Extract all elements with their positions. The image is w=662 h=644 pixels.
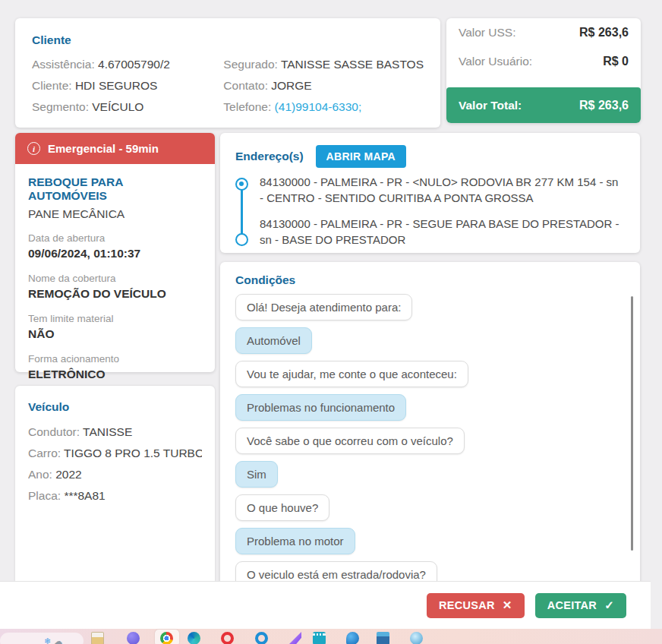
values-card: Valor USS:R$ 263,6 Valor Usuário:R$ 0 Va…	[446, 18, 641, 123]
vehicle-field-ano: Ano: 2022	[28, 464, 202, 485]
emergency-banner: i Emergencial - 59min	[15, 133, 215, 164]
addresses-card: Endereço(s) ABRIR MAPA 84130000 - PALMEI…	[220, 133, 640, 253]
phone-link[interactable]: (41)99104-6330;	[275, 100, 362, 113]
window-app-icon[interactable]	[377, 632, 389, 644]
timeline-rail	[241, 186, 243, 237]
client-field-telefone: Telefone: (41)99104-6330;	[223, 96, 424, 118]
emergency-banner-label: Emergencial - 59min	[48, 142, 159, 155]
vehicle-field-condutor: Condutor: TANISSE	[28, 421, 202, 443]
service-detail-material-limit: Tem limite material NÃO	[28, 311, 202, 342]
cloud-icon: ☁	[54, 636, 62, 644]
service-detail-activation: Forma acionamento ELETRÔNICO	[28, 352, 202, 382]
service-body: REBOQUE PARA AUTOMÓVEIS PANE MECÂNICA Da…	[15, 164, 215, 393]
value-total-row: Valor Total:R$ 263,6	[446, 87, 641, 123]
client-fields-left: Assistência: 4.67005790/2 Cliente: HDI S…	[32, 54, 223, 118]
globe-browser-icon[interactable]	[410, 632, 423, 644]
client-field-segmento: Segmento: VEÍCULO	[32, 96, 223, 118]
chat-bubble-system: Olá! Deseja atendimento para:	[235, 294, 412, 320]
blue-ring-app-icon[interactable]	[255, 632, 268, 644]
calculator-icon[interactable]	[313, 632, 326, 644]
addresses-title: Endereço(s)	[235, 150, 304, 163]
service-name: REBOQUE PARA AUTOMÓVEIS	[28, 175, 202, 203]
info-icon: i	[27, 142, 40, 155]
destination-marker-icon	[235, 233, 248, 246]
client-field-cliente: Cliente: HDI SEGUROS	[32, 75, 223, 96]
close-icon: ✕	[503, 598, 512, 612]
address-origin: 84130000 - PALMEIRA - PR - <NULO> RODOVI…	[260, 174, 625, 206]
weather-widget[interactable]: ❄ ☁	[0, 633, 84, 644]
snowflake-icon: ❄	[44, 636, 51, 644]
open-map-button[interactable]: ABRIR MAPA	[316, 145, 406, 168]
purple-app-icon[interactable]	[127, 632, 140, 644]
origin-marker-icon	[235, 178, 248, 191]
chat-bubble-system: O que houve?	[235, 494, 329, 521]
decline-button[interactable]: RECUSAR ✕	[427, 593, 525, 618]
taskbar: ❄ ☁	[0, 629, 662, 644]
chat-bubble-user: Automóvel	[235, 327, 312, 354]
service-detail-coverage: Nome da cobertura REMOÇÃO DO VEÍCULO	[28, 271, 202, 301]
vehicle-card: Veículo Condutor: TANISSE Carro: TIGGO 8…	[15, 386, 215, 582]
addresses-header: Endereço(s) ABRIR MAPA	[235, 145, 625, 168]
chat-bubble-system: Você sabe o que ocorreu com o veículo?	[235, 428, 465, 454]
service-type: PANE MECÂNICA	[28, 207, 202, 221]
client-card: Cliente Assistência: 4.67005790/2 Client…	[15, 18, 440, 128]
client-card-title: Cliente	[32, 33, 424, 47]
action-footer: RECUSAR ✕ ACEITAR ✓	[0, 581, 651, 629]
edge-icon[interactable]	[188, 632, 200, 644]
chat-bubble-system: Vou te ajudar, me conte o que aconteceu:	[235, 361, 468, 387]
opera-icon[interactable]	[221, 632, 234, 644]
service-card: i Emergencial - 59min REBOQUE PARA AUTOM…	[15, 133, 215, 372]
vehicle-card-title: Veículo	[28, 400, 202, 414]
client-field-assistencia: Assistência: 4.67005790/2	[32, 54, 223, 75]
accept-button[interactable]: ACEITAR ✓	[535, 593, 626, 618]
purple-cone-app-icon[interactable]	[288, 632, 301, 644]
client-field-segurado: Segurado: TANISSE SASSE BASTOS	[223, 54, 424, 75]
conditions-card: Condições Olá! Deseja atendimento para: …	[220, 262, 640, 585]
value-user-row: Valor Usuário:R$ 0	[446, 47, 641, 76]
chat-bubble-user: Sim	[235, 461, 278, 488]
client-fields: Assistência: 4.67005790/2 Cliente: HDI S…	[32, 54, 424, 118]
client-field-contato: Contato: JORGE	[223, 75, 424, 96]
file-explorer-icon[interactable]	[91, 632, 104, 644]
chat-bubble-user: Problemas no funcionamento	[235, 394, 406, 421]
vehicle-field-carro: Carro: TIGGO 8 PRO 1.5 TURBO (H	[28, 443, 202, 464]
chrome-icon[interactable]	[160, 632, 173, 644]
conditions-title: Condições	[235, 273, 625, 287]
check-icon: ✓	[604, 598, 614, 612]
addresses-timeline: 84130000 - PALMEIRA - PR - <NULO> RODOVI…	[235, 174, 625, 248]
client-fields-right: Segurado: TANISSE SASSE BASTOS Contato: …	[223, 54, 424, 118]
conditions-scrollbar[interactable]	[631, 296, 633, 551]
vehicle-field-placa: Placa: ***8A81	[28, 485, 202, 507]
blue-bird-app-icon[interactable]	[346, 632, 359, 644]
chat-bubble-user: Problema no motor	[235, 528, 355, 554]
address-destination: 84130000 - PALMEIRA - PR - SEGUE PARA BA…	[260, 216, 625, 248]
service-detail-open-date: Data de abertura 09/06/2024, 01:10:37	[28, 231, 202, 261]
value-uss-row: Valor USS:R$ 263,6	[446, 18, 641, 47]
